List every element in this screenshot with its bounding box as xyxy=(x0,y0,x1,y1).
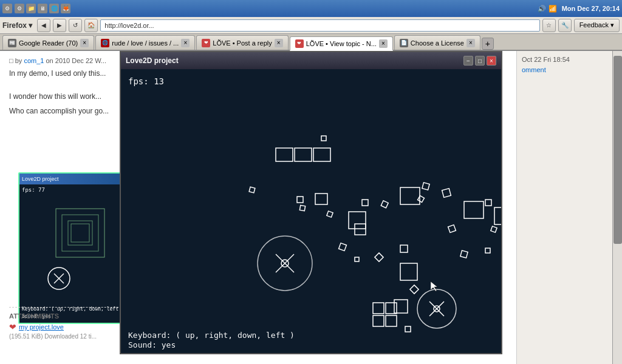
svg-rect-43 xyxy=(373,303,384,314)
fps-display: fps: 13 xyxy=(128,76,164,86)
tab-close-reader[interactable]: × xyxy=(80,39,89,47)
svg-rect-20 xyxy=(400,187,420,204)
taskbar-right: 🔊 📶 Mon Dec 27, 20:14 xyxy=(538,5,620,13)
start-icon[interactable]: ⚙ xyxy=(2,4,12,13)
window-title-label: Love2D project xyxy=(126,56,179,65)
tab-icon-view: ❤ xyxy=(295,39,304,48)
svg-rect-17 xyxy=(355,224,366,235)
reload-button[interactable]: ↺ xyxy=(69,19,82,32)
svg-rect-25 xyxy=(485,200,491,206)
tab-license[interactable]: 📄 Choose a License × xyxy=(394,35,480,50)
app-icon-2[interactable]: 📁 xyxy=(26,4,36,13)
taskbar-left: ⚙ ⚙ 📁 🖥 🌐 🦊 xyxy=(2,4,70,13)
url-bar[interactable] xyxy=(100,19,539,32)
svg-rect-19 xyxy=(381,201,388,208)
new-tab-button[interactable]: + xyxy=(482,38,494,50)
attachments-title: ATTACHMENTS xyxy=(9,312,118,320)
maximize-button[interactable]: □ xyxy=(475,56,485,66)
network-icon[interactable]: 📶 xyxy=(549,5,557,13)
attachments-section: ATTACHMENTS ❤ my project.love (195.51 Ki… xyxy=(9,307,118,340)
browser-content: □ by com_1 on 2010 Dec 22 W... In my dem… xyxy=(0,51,622,364)
tab-icon-rude: 🌐 xyxy=(101,39,109,47)
webpage: □ by com_1 on 2010 Dec 22 W... In my dem… xyxy=(0,51,622,364)
svg-rect-47 xyxy=(405,326,411,332)
window-titlebar[interactable]: Love2D project − □ × xyxy=(121,52,501,69)
app-icon-5[interactable]: 🦊 xyxy=(61,4,70,13)
svg-rect-45 xyxy=(373,315,384,326)
home-button[interactable]: 🏠 xyxy=(84,19,98,32)
tab-close-rude[interactable]: × xyxy=(181,39,190,47)
tab-google-reader[interactable]: 📰 Google Reader (70) × xyxy=(2,35,94,50)
svg-rect-22 xyxy=(418,196,425,203)
sidebar-comment-link[interactable]: omment xyxy=(522,66,546,73)
system-taskbar: ⚙ ⚙ 📁 🖥 🌐 🦊 🔊 📶 Mon Dec 27, 20:14 xyxy=(0,0,622,17)
thumb-title-label: Love2D project xyxy=(22,176,59,182)
svg-rect-18 xyxy=(362,200,368,206)
svg-rect-3 xyxy=(71,224,89,242)
love2d-window: Love2D project − □ × fps: 13 xyxy=(120,51,502,354)
system-clock: Mon Dec 27, 20:14 xyxy=(562,5,620,12)
tabs-bar: 📰 Google Reader (70) × 🌐 rude / love / i… xyxy=(0,34,622,51)
right-sidebar: Oct 22 Fri 18:54 omment xyxy=(516,51,622,364)
keyboard-display: Keyboard: ( up, right, down, left ) xyxy=(128,331,295,340)
tab-icon-license: 📄 xyxy=(400,39,408,47)
tab-love-post[interactable]: ❤ LÕVE • Post a reply × xyxy=(196,35,288,50)
game-canvas: fps: 13 xyxy=(121,69,501,353)
tab-love-view[interactable]: ❤ LÕVE • View topic - N... × xyxy=(290,36,393,51)
svg-rect-0 xyxy=(56,209,104,257)
feedback-button[interactable]: Feedback ▾ xyxy=(574,19,620,32)
tab-icon-reader: 📰 xyxy=(8,39,16,47)
author-link[interactable]: com_1 xyxy=(24,57,44,64)
attachment-link[interactable]: my project.love xyxy=(19,323,64,331)
close-button[interactable]: × xyxy=(487,56,496,66)
app-icon-3[interactable]: 🖥 xyxy=(38,4,47,13)
tab-close-license[interactable]: × xyxy=(466,39,475,47)
svg-rect-11 xyxy=(249,187,255,193)
tab-rude-love[interactable]: 🌐 rude / love / issues / ... × xyxy=(95,35,195,50)
tab-close-view[interactable]: × xyxy=(379,39,388,48)
tab-icon-post: ❤ xyxy=(202,39,210,47)
volume-icon[interactable]: 🔊 xyxy=(538,5,546,13)
tab-label-post: LÕVE • Post a reply xyxy=(213,39,272,47)
svg-rect-1 xyxy=(62,215,98,251)
app-icon-1[interactable]: ⚙ xyxy=(15,4,24,13)
svg-rect-27 xyxy=(339,243,347,251)
app-icon-4[interactable]: 🌐 xyxy=(49,4,59,13)
svg-rect-8 xyxy=(276,148,293,161)
svg-rect-14 xyxy=(299,205,305,211)
svg-rect-13 xyxy=(315,194,327,204)
svg-rect-44 xyxy=(386,303,397,314)
extension-button[interactable]: 🔧 xyxy=(558,19,572,32)
tab-label-rude: rude / love / issues / ... xyxy=(112,39,179,47)
firefox-label: Firefox ▾ xyxy=(2,21,32,30)
svg-rect-40 xyxy=(448,225,456,233)
browser-frame: Firefox ▾ ◀ ▶ ↺ 🏠 ☆ 🔧 Feedback ▾ 📰 Googl… xyxy=(0,17,622,51)
window-controls: − □ × xyxy=(463,56,496,66)
forward-button[interactable]: ▶ xyxy=(53,19,66,32)
bookmark-button[interactable]: ☆ xyxy=(542,19,556,32)
svg-rect-39 xyxy=(400,245,408,252)
svg-rect-30 xyxy=(410,285,419,294)
scrollbar[interactable] xyxy=(612,51,622,364)
taskbar-quick-launch: ⚙ 📁 🖥 🌐 🦊 xyxy=(15,4,70,13)
svg-rect-21 xyxy=(422,183,429,190)
minimize-button[interactable]: − xyxy=(463,56,473,66)
attachment-size: (195.51 KiB) Downloaded 12 ti... xyxy=(9,333,118,340)
svg-rect-16 xyxy=(349,212,366,229)
svg-rect-26 xyxy=(494,207,501,224)
svg-rect-12 xyxy=(297,197,303,203)
svg-rect-49 xyxy=(460,251,468,258)
svg-rect-28 xyxy=(355,257,359,261)
svg-rect-48 xyxy=(491,226,497,232)
svg-rect-24 xyxy=(464,201,484,218)
scroll-thumb[interactable] xyxy=(613,56,622,244)
svg-rect-46 xyxy=(386,315,397,326)
svg-rect-10 xyxy=(313,148,330,161)
tab-close-post[interactable]: × xyxy=(275,39,283,47)
svg-rect-41 xyxy=(400,263,417,280)
post-date: on 2010 Dec 22 W... xyxy=(46,57,106,64)
game-shapes-svg xyxy=(121,69,501,353)
back-button[interactable]: ◀ xyxy=(37,19,50,32)
sound-display: Sound: yes xyxy=(128,340,176,349)
tab-label-reader: Google Reader (70) xyxy=(19,39,78,47)
